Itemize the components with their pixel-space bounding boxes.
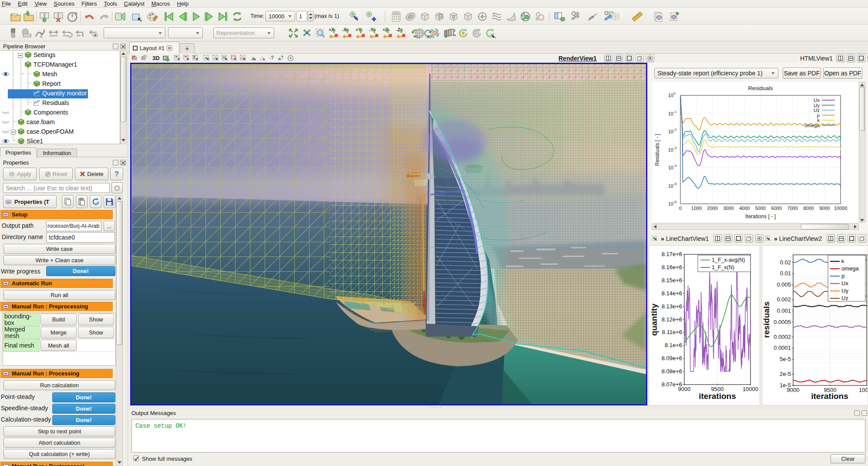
svg-text:8.16e+6: 8.16e+6 <box>662 264 682 270</box>
svg-text:k: k <box>841 258 844 264</box>
svg-text:8.1e+6: 8.1e+6 <box>665 342 682 348</box>
svg-text:10: 10 <box>668 201 673 206</box>
svg-text:Ux: Ux <box>814 98 820 103</box>
svg-text:2e-5: 2e-5 <box>780 371 791 377</box>
svg-text:10000: 10000 <box>743 386 758 392</box>
svg-text:8.12e+6: 8.12e+6 <box>662 316 682 323</box>
svg-text:Uy: Uy <box>814 103 820 108</box>
svg-text:-1: -1 <box>673 110 677 114</box>
svg-text:0.0001: 0.0001 <box>774 344 791 351</box>
svg-text:8.11e+6: 8.11e+6 <box>662 329 682 335</box>
svg-text:-5: -5 <box>673 182 677 186</box>
svg-text:8.08e+6: 8.08e+6 <box>662 368 682 375</box>
svg-text:residuals: residuals <box>762 301 771 338</box>
svg-text:9000: 9000 <box>819 206 830 211</box>
svg-text:0: 0 <box>673 91 676 95</box>
svg-text:quantity: quantity <box>649 304 659 336</box>
svg-text:Uz: Uz <box>841 295 848 301</box>
svg-text:-Z: -Z <box>396 27 400 32</box>
svg-text:7000: 7000 <box>787 206 797 211</box>
svg-text:10: 10 <box>668 165 673 170</box>
svg-text:?: ? <box>281 55 283 60</box>
svg-text:-2: -2 <box>673 128 677 132</box>
svg-text:9000: 9000 <box>678 386 691 392</box>
svg-text:5000: 5000 <box>755 206 766 211</box>
svg-text:9000: 9000 <box>787 387 800 393</box>
svg-text:1_F_x(N): 1_F_x(N) <box>712 264 734 270</box>
svg-text:Iterations [ - ]: Iterations [ - ] <box>745 213 776 219</box>
svg-text:0.005: 0.005 <box>777 281 791 288</box>
svg-text:-3: -3 <box>673 146 677 150</box>
svg-text:0: 0 <box>679 206 682 211</box>
svg-text:1_F_x-avg(N): 1_F_x-avg(N) <box>712 257 745 263</box>
svg-text:10: 10 <box>668 147 673 152</box>
svg-text:10: 10 <box>668 93 673 98</box>
svg-text:p: p <box>817 113 820 118</box>
svg-text:iterations: iterations <box>699 392 736 401</box>
svg-text:8.09e+6: 8.09e+6 <box>662 355 682 361</box>
svg-text:2000: 2000 <box>707 206 717 211</box>
svg-text:8000: 8000 <box>803 206 814 211</box>
svg-text:Uy: Uy <box>841 287 848 294</box>
svg-text:10: 10 <box>668 183 673 189</box>
svg-text:5e-5: 5e-5 <box>780 356 791 362</box>
svg-text:omega: omega <box>841 265 859 272</box>
svg-text:Residuals: Residuals <box>748 85 773 91</box>
svg-text:0.01: 0.01 <box>780 270 791 277</box>
svg-text:3000: 3000 <box>723 206 733 211</box>
svg-text:2: 2 <box>40 33 43 38</box>
svg-text:-4: -4 <box>673 164 677 168</box>
svg-text:10: 10 <box>668 129 673 134</box>
svg-text:0.0005: 0.0005 <box>774 319 791 325</box>
svg-text:0.0002: 0.0002 <box>774 334 791 340</box>
svg-text:1000: 1000 <box>691 206 702 211</box>
svg-text:t: t <box>82 31 84 38</box>
svg-text:-6: -6 <box>673 200 677 204</box>
svg-text:Residuals [ - ]: Residuals [ - ] <box>654 134 660 165</box>
svg-text:Uz: Uz <box>814 108 820 113</box>
svg-text:8.17e+6: 8.17e+6 <box>662 251 682 257</box>
svg-text:6000: 6000 <box>771 206 782 211</box>
svg-text:Ux: Ux <box>841 280 848 287</box>
svg-text:8.15e+6: 8.15e+6 <box>662 277 682 284</box>
svg-text:omega: omega <box>804 123 820 128</box>
svg-text:8.13e+6: 8.13e+6 <box>662 303 682 310</box>
svg-text:10: 10 <box>668 111 673 116</box>
svg-text:k: k <box>817 118 820 123</box>
svg-text:10000: 10000 <box>859 387 868 393</box>
svg-text:p: p <box>841 273 844 279</box>
svg-text:8.14e+6: 8.14e+6 <box>662 290 682 297</box>
svg-text:0.002: 0.002 <box>777 296 791 303</box>
svg-text:0.001: 0.001 <box>777 307 791 314</box>
svg-text:iterations: iterations <box>811 392 848 401</box>
svg-text:0.02: 0.02 <box>780 259 791 266</box>
svg-text:10000: 10000 <box>834 206 848 211</box>
svg-text:4000: 4000 <box>739 206 750 211</box>
